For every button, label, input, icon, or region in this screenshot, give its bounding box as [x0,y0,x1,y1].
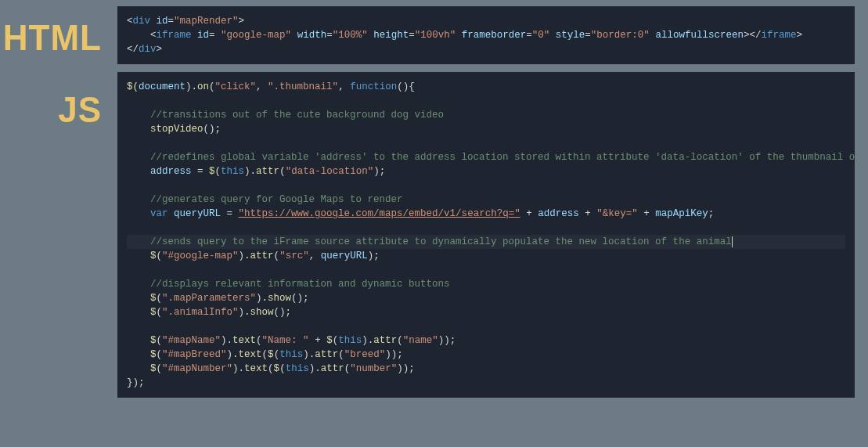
label-js: JS [0,92,102,128]
code-text: ). [239,251,250,261]
code-text: $ [274,363,280,374]
code-text [127,307,150,318]
code-text: height [373,30,409,41]
code-text: )); [385,349,403,360]
code-text: $( [127,81,139,92]
code-text: ). [227,349,239,360]
code-text: mapApiKey [655,208,708,219]
code-text: )); [397,363,415,374]
code-text: = [168,16,175,27]
code-text: ). [309,363,321,374]
code-text: ); [368,251,380,261]
code-text: = [326,30,333,41]
code-text: stopVideo [150,124,203,135]
code-text: </ [127,44,139,55]
code-text: ( [262,349,268,360]
code-text [127,124,150,135]
code-text: attr [250,251,274,261]
code-text: attr [315,349,338,360]
code-text: id [157,16,168,27]
code-text: , [338,81,350,92]
code-text: "#mapNumber" [162,363,232,374]
code-text: ( [338,349,344,360]
code-text: function [350,81,397,92]
code-text: = [209,30,221,41]
code-text: $ [209,166,215,177]
code-text: ( [397,335,403,346]
code-text: //sends query to the iFrame source attri… [150,236,732,247]
code-text: frameborder [462,30,527,41]
code-text: , [256,81,268,92]
code-text: this [221,166,244,177]
code-text: ( [279,166,286,177]
code-text: "0" [532,30,550,41]
code-text: $ [150,335,157,346]
code-text: ></ [744,30,762,41]
code-text: $ [150,251,157,261]
code-text: attr [373,335,397,346]
code-text: ( [157,251,163,261]
code-text: ). [303,349,315,360]
code-text: "google-map" [221,30,291,41]
js-code-panel: $(document).on("click", ".thumbnail", fu… [117,72,855,398]
code-text: //transitions out of the cute background… [150,110,444,121]
code-text: ".mapParameters" [162,293,256,304]
code-text: + [309,335,327,346]
code-text: ( [274,251,280,261]
code-text: = [192,166,210,177]
code-text: "#mapBreed" [162,349,227,360]
code-text [127,236,150,247]
code-text: ( [157,307,163,318]
code-text [127,152,150,163]
code-text: ( [256,335,262,346]
code-text [127,363,150,374]
code-text: "https://www.google.com/maps/embed/v1/se… [239,208,520,219]
code-text [127,279,150,290]
code-text: ( [157,363,163,374]
labels-column: HTML JS [0,0,117,398]
code-text: iframe [157,30,192,41]
code-text: this [286,363,309,374]
code-panels: <div id="mapRender"> <iframe id= "google… [117,0,855,398]
code-text: address [538,208,579,219]
code-text: ".thumbnail" [268,81,338,92]
code-text: (){ [397,81,415,92]
code-text: ( [157,335,163,346]
code-text: "click" [215,81,257,92]
code-text: ). [362,335,373,346]
code-text [127,335,150,346]
code-text: "100vh" [415,30,456,41]
code-text: style [556,30,585,41]
code-text: = [585,30,591,41]
code-text: = [409,30,415,41]
code-text: + [520,208,538,219]
code-text: "&key=" [596,208,638,219]
code-text [127,30,150,41]
code-text: //generates query for Google Maps to ren… [150,194,403,205]
code-text: + [579,208,597,219]
code-text: //displays relevant information and dyna… [150,279,450,290]
code-text [291,30,297,41]
code-text: ). [232,363,244,374]
code-text: ( [209,81,215,92]
code-text: show [268,293,291,304]
layout-container: HTML JS <div id="mapRender"> <iframe id=… [0,0,868,398]
code-text [127,110,150,121]
code-text: $ [150,349,157,360]
code-text: "breed" [344,349,386,360]
code-text: this [338,335,362,346]
html-code-panel: <div id="mapRender"> <iframe id= "google… [117,6,855,64]
code-text: = [221,208,239,219]
code-text [127,208,150,219]
code-text: (); [203,124,222,135]
code-text: ). [256,293,268,304]
code-text: (); [291,293,309,304]
code-text: ".animalInfo" [162,307,239,318]
code-text: "Name: " [262,335,309,346]
code-text: $ [150,293,157,304]
code-text: var [150,208,168,219]
code-text: ). [185,81,197,92]
code-text: > [796,30,802,41]
code-text [127,349,150,360]
code-text: ; [708,208,715,219]
